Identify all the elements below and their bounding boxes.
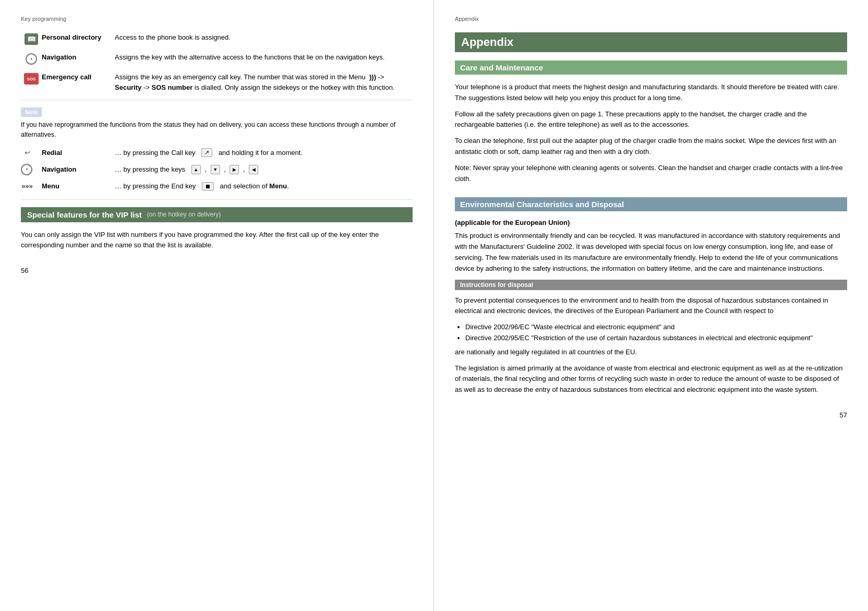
nav-row-navigation2: ✦ Navigation … by pressing the keys ▲ , … — [21, 164, 413, 175]
nav2-desc: … by pressing the keys ▲ , ▼ , ▶ , ◀ — [115, 165, 413, 174]
redial-desc: … by pressing the Call key ↗ and holding… — [115, 148, 413, 157]
arrow-right-key: ▶ — [230, 165, 239, 174]
nav2-icon: ✦ — [21, 164, 42, 175]
disposal-text-1: To prevent potential consequences to the… — [455, 295, 847, 317]
personal-directory-desc: Access to the phone book is assigned. — [115, 32, 413, 43]
nav-row-redial: ↩ Redial … by pressing the Call key ↗ an… — [21, 147, 413, 159]
emergency-icon: SOS — [21, 72, 42, 85]
key-row-navigation: ✦ Navigation Assigns the key with the al… — [21, 52, 413, 65]
appendix-title-bar: Appendix — [455, 32, 847, 52]
menu-desc: … by pressing the End key ⏹ and selectio… — [115, 182, 413, 190]
care-text-2: Follow all the safety precautions given … — [455, 109, 847, 131]
right-page: Appendix Appendix Care and Maintenance Y… — [434, 0, 868, 611]
key-row-personal-directory: 📖 Personal directory Access to the phone… — [21, 32, 413, 45]
nav2-label: Navigation — [42, 165, 115, 173]
navigation-label: Navigation — [42, 52, 115, 61]
care-text-4: Note: Never spray your telephone with cl… — [455, 163, 847, 185]
note-label: Note — [21, 107, 42, 117]
disposal-bullets: Directive 2002/96/EC "Waste electrical a… — [465, 322, 847, 344]
navigation-icon: ✦ — [21, 52, 42, 65]
bullet-2: Directive 2002/95/EC "Restriction of the… — [465, 333, 847, 344]
arrow-left-key: ◀ — [249, 165, 258, 174]
disposal-text-2: are nationally and legally regulated in … — [455, 347, 847, 358]
divider-1 — [21, 100, 413, 100]
special-bar-title: Special features for the VIP list — [27, 210, 142, 219]
instructions-bar: Instructions for disposal — [455, 280, 847, 290]
right-page-number: 57 — [840, 411, 847, 419]
menu-label: Menu — [42, 182, 115, 190]
bullet-1: Directive 2002/96/EC "Waste electrical a… — [465, 322, 847, 333]
end-key-btn: ⏹ — [202, 182, 214, 190]
emergency-desc: Assigns the key as an emergency call key… — [115, 72, 413, 92]
arrow-down-key: ▼ — [211, 165, 220, 174]
left-header: Key programming — [21, 16, 413, 22]
note-text: If you have reprogrammed the functions f… — [21, 120, 413, 140]
special-text: You can only assign the VIP list with nu… — [21, 230, 413, 251]
phone-book-icon: 📖 — [25, 33, 38, 45]
key-row-emergency: SOS Emergency call Assigns the key as an… — [21, 72, 413, 92]
env-subtitle: (applicable for the European Union) — [455, 219, 847, 226]
disposal-text-3: The legislation is aimed primarily at th… — [455, 363, 847, 396]
right-page-number-row: 57 — [455, 411, 847, 419]
care-title-bar: Care and Maintenance — [455, 61, 847, 75]
special-bar-subtitle: (on the hotkey on delivery) — [147, 211, 221, 218]
env-text-1: This product is environmentally friendly… — [455, 231, 847, 274]
left-page: Key programming 📖 Personal directory Acc… — [0, 0, 434, 611]
personal-directory-icon: 📖 — [21, 32, 42, 45]
care-text-1: Your telephone is a product that meets t… — [455, 82, 847, 104]
nav-circle-icon: ✦ — [26, 53, 37, 65]
divider-2 — [21, 199, 413, 200]
navigation-desc: Assigns the key with the alternative acc… — [115, 52, 413, 63]
call-key-btn: ↗ — [201, 148, 212, 157]
env-title-bar: Environmental Characteristics and Dispos… — [455, 197, 847, 211]
arrow-up-key: ▲ — [191, 165, 201, 174]
care-text-3: To clean the telephone, first pull out t… — [455, 136, 847, 158]
menu-icon-nav: »»» — [21, 181, 42, 192]
special-features-bar: Special features for the VIP list (on th… — [21, 207, 413, 222]
nav-row-menu: »»» Menu … by pressing the End key ⏹ and… — [21, 181, 413, 192]
personal-directory-label: Personal directory — [42, 32, 115, 41]
sos-icon: SOS — [24, 73, 39, 85]
right-header: Appendix — [455, 16, 847, 22]
redial-label: Redial — [42, 149, 115, 157]
left-page-number-row: 56 — [21, 267, 413, 274]
emergency-label: Emergency call — [42, 72, 115, 81]
left-page-number: 56 — [21, 267, 28, 274]
redial-icon: ↩ — [21, 147, 42, 159]
